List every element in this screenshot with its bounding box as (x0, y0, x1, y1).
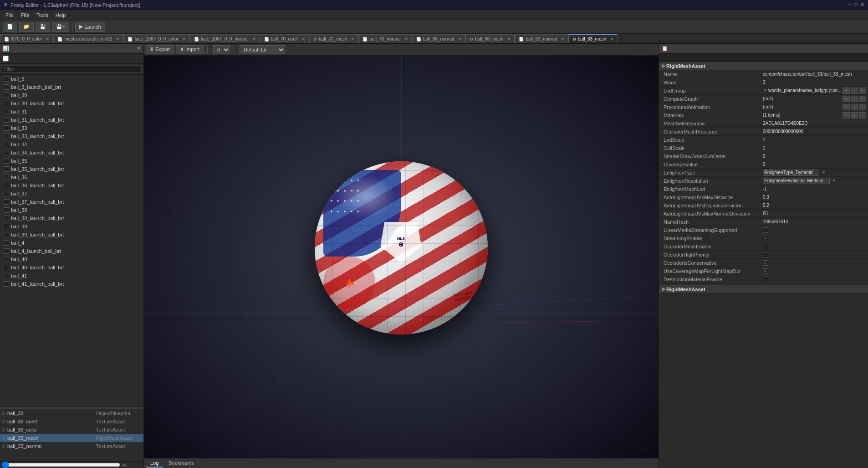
tree-item-ball_40_launch_ball_brt[interactable]: ball_40_launch_ball_brt (0, 263, 143, 272)
bottom-item-ball_33_normal[interactable]: ⬡ball_33_normalTextureAsset (0, 442, 143, 450)
tree-checkbox[interactable] (4, 207, 9, 213)
tree-item-ball_4[interactable]: ball_4 (0, 239, 143, 247)
tree-checkbox[interactable] (4, 183, 9, 188)
show-modified-checkbox[interactable] (3, 56, 9, 62)
export-button[interactable]: ⬇ Export (146, 45, 174, 54)
tab-t7[interactable]: 📄ball_70_normal✕ (358, 34, 412, 43)
prop-section-rigidmesh[interactable]: ▶RigidMeshAsset (659, 62, 868, 70)
tree-checkbox[interactable] (4, 240, 9, 246)
scroll-slider[interactable] (2, 463, 120, 467)
prop-checkbox-20[interactable] (763, 236, 768, 241)
tree-item-ball_40[interactable]: ball_40 (0, 255, 143, 263)
tree-checkbox[interactable] (4, 199, 9, 205)
tab-t4[interactable]: 📄face_1067_0_0_normal✕ (190, 34, 260, 43)
tree-checkbox[interactable] (4, 150, 9, 155)
prop-plus-btn-4[interactable]: + (842, 104, 850, 110)
tab-close-t10[interactable]: ✕ (561, 36, 564, 41)
tree-checkbox[interactable] (4, 224, 9, 229)
tree-item-ball_33_launch_ball_brt[interactable]: ball_33_launch_ball_brt (0, 132, 143, 140)
launch-button[interactable]: ▶ Launch (75, 22, 105, 32)
prop-dots-btn-5[interactable]: ⋯ (859, 112, 866, 118)
tab-t1[interactable]: 📄l370_0_0_color✕ (0, 34, 53, 43)
tab-t10[interactable]: 📄ball_33_normal✕ (515, 34, 568, 43)
tab-close-t5[interactable]: ✕ (301, 36, 305, 41)
tab-close-t6[interactable]: ✕ (351, 36, 354, 41)
save-file-button[interactable]: 💾 (36, 22, 50, 32)
prop-minus-btn-4[interactable]: − (851, 104, 858, 110)
prop-dots-btn-4[interactable]: ⋯ (859, 104, 866, 110)
tab-t2[interactable]: 📄meshvariationdb_win32✕ (53, 34, 123, 43)
menu-tools[interactable]: Tools (33, 11, 52, 19)
tree-item-ball_31[interactable]: ball_31 (0, 108, 143, 116)
maximize-btn[interactable]: □ (854, 2, 858, 8)
tree-checkbox[interactable] (4, 101, 9, 106)
tree-item-ball_37[interactable]: ball_37 (0, 190, 143, 198)
tree-item-ball_37_launch_ball_brt[interactable]: ball_37_launch_ball_brt (0, 198, 143, 206)
prop-checkbox-23[interactable] (763, 260, 768, 266)
prop-minus-btn-2[interactable]: − (851, 87, 858, 94)
tree-item-ball_39_launch_ball_brt[interactable]: ball_39_launch_ball_brt (0, 231, 143, 239)
viewport[interactable]: ★★★★★ ★★★★★ ★★★★★ ★★★★★ MLS ⊕ (144, 56, 659, 458)
tab-log[interactable]: Log (146, 459, 163, 468)
prop-plus-btn-2[interactable]: + (842, 87, 850, 94)
bottom-item-ball_33_color[interactable]: ⬡ball_33_colorTextureAsset (0, 426, 143, 434)
section-toggle-2[interactable]: ▶ (661, 287, 666, 292)
prop-checkbox-24[interactable] (763, 268, 768, 274)
prop-dots-btn-3[interactable]: ⋯ (859, 96, 866, 102)
tree-item-ball_5[interactable]: ball_5 (0, 75, 143, 83)
bottom-item-ball_33_mesh[interactable]: ⬡ball_33_meshRigidMeshAsset (0, 434, 143, 442)
tree-checkbox[interactable] (4, 125, 9, 131)
tab-close-t9[interactable]: ✕ (507, 36, 511, 41)
tab-close-t2[interactable]: ✕ (116, 36, 119, 41)
tree-item-ball_36_launch_ball_brt[interactable]: ball_36_launch_ball_brt (0, 181, 143, 190)
tree-item-ball_3_launch_ball_brt[interactable]: ball_3_launch_ball_brt (0, 83, 143, 91)
tree-checkbox[interactable] (4, 273, 9, 278)
prop-dropdown-13[interactable]: EnlightenResolution_Medium (763, 178, 830, 184)
menu-file[interactable]: File (2, 11, 17, 19)
tab-close-t7[interactable]: ✕ (404, 36, 408, 41)
lod-select[interactable]: 0 1 2 3 (213, 45, 230, 54)
minimize-btn[interactable]: ─ (848, 2, 852, 8)
new-file-button[interactable]: 📄 (3, 22, 17, 32)
tree-item-ball_34[interactable]: ball_34 (0, 140, 143, 149)
view-mode-select[interactable]: Default Lit Wireframe Unlit Detail Light… (240, 45, 285, 54)
tree-checkbox[interactable] (4, 257, 9, 262)
data-explorer-close[interactable]: ✕ (137, 46, 141, 51)
prop-minus-btn-3[interactable]: − (851, 96, 858, 102)
tab-close-t8[interactable]: ✕ (458, 36, 461, 41)
tab-close-t11[interactable]: ✕ (610, 36, 613, 41)
open-file-button[interactable]: 📁 (19, 22, 34, 32)
prop-section-rigidmeshasset[interactable]: ▶RigidMeshAsset (659, 285, 868, 293)
tree-checkbox[interactable] (4, 166, 9, 172)
filter-input[interactable] (2, 65, 142, 73)
tree-item-ball_41_launch_ball_brt[interactable]: ball_41_launch_ball_brt (0, 280, 143, 288)
prop-dropdown-12[interactable]: EnlightenType_Dynamic (763, 170, 819, 176)
tree-item-ball_39[interactable]: ball_39 (0, 222, 143, 231)
tab-t6[interactable]: ⚙ball_70_mesh✕ (309, 34, 358, 43)
prop-plus-btn-5[interactable]: + (842, 112, 850, 118)
close-btn[interactable]: ✕ (860, 2, 864, 8)
tree-item-ball_4_launch_ball_brt[interactable]: ball_4_launch_ball_brt (0, 247, 143, 255)
tree-checkbox[interactable] (4, 175, 9, 180)
tab-t9[interactable]: ⚙ball_66_mesh✕ (465, 34, 515, 43)
tree-item-ball_35_launch_ball_brt[interactable]: ball_35_launch_ball_brt (0, 165, 143, 173)
menu-help[interactable]: Help (52, 11, 70, 19)
tree-checkbox[interactable] (4, 265, 9, 270)
tree-checkbox[interactable] (4, 216, 9, 221)
tree-checkbox[interactable] (4, 84, 9, 90)
bottom-item-ball_33_coeff[interactable]: ⬡ball_33_coeffTextureAsset (0, 417, 143, 426)
tree-checkbox[interactable] (4, 109, 9, 114)
tree-checkbox[interactable] (4, 134, 9, 139)
tree-item-ball_38[interactable]: ball_38 (0, 206, 143, 214)
tree-checkbox[interactable] (4, 158, 9, 164)
tree-item-ball_30[interactable]: ball_30 (0, 91, 143, 99)
tree-checkbox[interactable] (4, 248, 9, 254)
prop-dots-btn-2[interactable]: ⋯ (859, 87, 866, 94)
menu-fifa[interactable]: Fifa (17, 11, 33, 19)
tree-item-ball_38_launch_ball_brt[interactable]: ball_38_launch_ball_brt (0, 214, 143, 222)
tree-checkbox[interactable] (4, 142, 9, 147)
section-toggle[interactable]: ▶ (661, 63, 666, 69)
tree-item-ball_41[interactable]: ball_41 (0, 272, 143, 280)
tab-t8[interactable]: 📄ball_66_normal✕ (412, 34, 465, 43)
tab-t5[interactable]: 📄ball_70_coeff✕ (260, 34, 309, 43)
